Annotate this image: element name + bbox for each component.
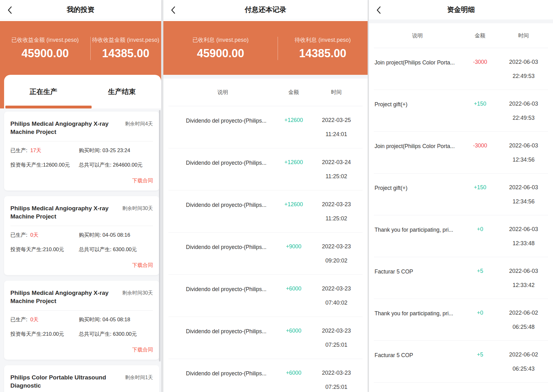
col-header-amount: 金额: [461, 32, 499, 39]
banner-divider: [278, 37, 278, 60]
row-description: Dividendo del proyecto-(Philips...: [168, 328, 277, 335]
table-row: Thank you for participating, pri... +0 2…: [374, 215, 548, 257]
tab-production-ended[interactable]: 生产结束: [83, 75, 161, 108]
col-header-time: 时间: [310, 89, 363, 96]
row-amount: +12600: [277, 159, 310, 166]
remaining-time: 剩余时间4天: [125, 120, 153, 136]
produced-days: 已生产: 0天: [10, 232, 79, 239]
section-gap: [163, 75, 368, 79]
card-divider: [10, 226, 153, 226]
project-title: Philips Medical Angiography X-ray Machin…: [10, 289, 115, 305]
page-title: 付息还本记录: [163, 0, 368, 19]
page-title: 资金明细: [369, 0, 553, 19]
col-header-time: 时间: [499, 32, 548, 39]
active-tab-indicator: [5, 106, 92, 108]
tab-bar: 正在生产 生产结束: [4, 75, 161, 108]
row-amount: +150: [461, 101, 499, 107]
row-description: Dividendo del proyecto-(Philips...: [168, 159, 277, 167]
row-time: 2022-06-0312:34:56: [499, 184, 548, 205]
table-header-row: 说明 金额 时间: [168, 79, 363, 106]
row-time: 2022-03-2307:40:02: [310, 285, 363, 306]
row-time: 2022-03-2311:25:02: [310, 201, 363, 222]
pending-interest-label: 待收利息 (invest.peso): [278, 36, 368, 44]
banner-divider: [90, 37, 91, 60]
purchase-time: 购买时间: 04-05 08:16: [79, 232, 153, 239]
row-description: Dividendo del proyecto-(Philips...: [168, 370, 277, 377]
row-amount: +150: [461, 184, 499, 191]
row-time: 2022-03-2307:25:01: [310, 370, 363, 390]
received-income-stat: 已收收益金额 (invest.peso) 45900.00: [0, 36, 90, 60]
tab-in-production[interactable]: 正在生产: [4, 75, 83, 108]
table-row: Thank you for participating, pri... +0 2…: [374, 299, 548, 341]
daily-output: 投资每天产生:210.00元: [10, 246, 79, 253]
row-description: Facturar 5 COP: [374, 268, 461, 275]
card-divider: [10, 141, 153, 141]
produced-days: 已生产: 0天: [10, 316, 79, 323]
pending-income-value: 14385.00: [90, 47, 161, 60]
row-amount: +6000: [277, 328, 310, 334]
table-row: Dividendo del proyecto-(Philips... +1260…: [168, 190, 363, 233]
pending-interest-stat: 待收利息 (invest.peso) 14385.00: [278, 36, 368, 60]
received-interest-stat: 已收利息 (invest.peso) 45900.00: [163, 36, 278, 60]
fund-table: 说明 金额 时间 Join project(Philips Color Port…: [369, 23, 553, 383]
table-row: Join project(Philips Color Porta... -300…: [374, 132, 548, 174]
total-output: 总共可以产生: 6300.00元: [79, 246, 153, 253]
table-row: Dividendo del proyecto-(Philips... +9000…: [168, 233, 363, 275]
scrollbar[interactable]: [159, 110, 161, 362]
row-description: Dividendo del proyecto-(Philips...: [168, 117, 277, 124]
purchase-time: 购买时间: 03-25 23:24: [79, 147, 153, 154]
row-description: Join project(Philips Color Porta...: [374, 59, 461, 66]
remaining-time: 剩余时间1天: [125, 373, 153, 390]
row-description: Thank you for participating, pri...: [374, 310, 461, 317]
row-description: Thank you for participating, pri...: [374, 226, 461, 234]
download-contract-link[interactable]: 下载合同: [10, 346, 153, 353]
row-amount: +12600: [277, 117, 310, 124]
row-description: Dividendo del proyecto-(Philips...: [168, 285, 277, 293]
investment-card: Philips Medical Angiography X-ray Machin…: [4, 281, 159, 360]
received-income-value: 45900.00: [0, 47, 90, 60]
row-description: Facturar 5 COP: [374, 351, 461, 359]
row-amount: +6000: [277, 370, 310, 376]
left-header: 我的投资: [0, 0, 161, 19]
daily-output: 投资每天产生:12600.00元: [10, 162, 79, 168]
pending-income-label: 待收收益金额 (invest.peso): [90, 36, 161, 44]
row-time: 2022-06-0312:33:48: [499, 226, 548, 247]
row-description: Dividendo del proyecto-(Philips...: [168, 201, 277, 209]
row-amount: -3000: [461, 59, 499, 65]
middle-header: 付息还本记录: [163, 0, 368, 19]
row-time: 2022-03-2511:24:01: [310, 117, 363, 138]
row-amount: +12600: [277, 201, 310, 208]
table-row: Dividendo del proyecto-(Philips... +1260…: [168, 148, 363, 190]
remaining-time: 剩余时间30天: [122, 204, 153, 221]
table-row: Facturar 5 COP +5 2022-06-0206:25:43: [374, 341, 548, 383]
daily-output: 投资每天产生:210.00元: [10, 331, 79, 338]
row-amount: +0: [461, 310, 499, 316]
investment-card-partial: Philips Color Portable Ultrasound Diagno…: [4, 365, 159, 392]
row-time: 2022-03-2411:25:02: [310, 159, 363, 180]
download-contract-link[interactable]: 下载合同: [10, 177, 153, 184]
row-time: 2022-06-0322:49:53: [499, 59, 548, 80]
table-row: Dividendo del proyecto-(Philips... +1260…: [168, 106, 363, 148]
row-time: 2022-06-0206:25:48: [499, 310, 548, 330]
row-time: 2022-03-2307:25:01: [310, 328, 363, 348]
row-amount: +6000: [277, 285, 310, 292]
left-summary-banner: 已收收益金额 (invest.peso) 45900.00 待收收益金额 (in…: [0, 21, 161, 75]
panel-fund-details: 资金明细 说明 金额 时间 Join project(Philips Color…: [369, 0, 553, 392]
table-row: Dividendo del proyecto-(Philips... +6000…: [168, 359, 363, 392]
row-description: Dividendo del proyecto-(Philips...: [168, 243, 277, 251]
row-time: 2022-06-0322:49:53: [499, 101, 548, 121]
col-header-description: 说明: [374, 32, 461, 39]
row-time: 2022-06-0312:33:42: [499, 268, 548, 289]
produced-days: 已生产: 17天: [10, 147, 79, 154]
table-row: Facturar 5 COP +5 2022-06-0312:33:42: [374, 257, 548, 299]
row-amount: +9000: [277, 243, 310, 250]
table-header-row: 说明 金额 时间: [374, 23, 548, 48]
project-title: Philips Color Portable Ultrasound Diagno…: [10, 373, 115, 390]
download-contract-link[interactable]: 下载合同: [10, 262, 153, 269]
row-description: Join project(Philips Color Porta...: [374, 142, 461, 150]
purchase-time: 购买时间: 04-05 08:18: [79, 316, 153, 323]
row-amount: +0: [461, 226, 499, 233]
panel-interest-records: 付息还本记录 已收利息 (invest.peso) 45900.00 待收利息 …: [163, 0, 368, 392]
section-gap: [369, 19, 553, 23]
table-row: Project gift(+) +150 2022-06-0322:49:53: [374, 90, 548, 132]
